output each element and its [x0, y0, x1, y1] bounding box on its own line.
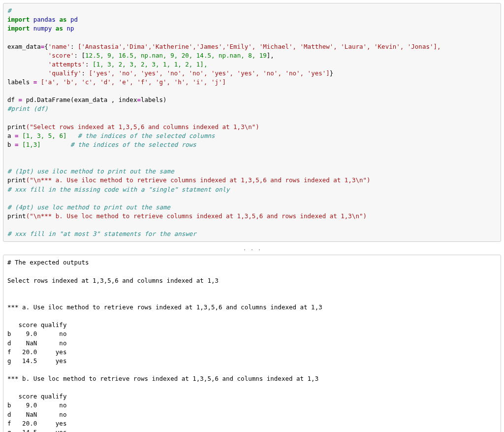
colon: : [82, 69, 86, 77]
kw-as: as [59, 16, 66, 23]
alias-np: np [66, 25, 74, 32]
cmt-loc-head: # (4pt) use loc method to print out the … [7, 203, 170, 211]
cmt-printdf: #print (df) [7, 105, 48, 112]
out-hdr: score qualify [7, 321, 66, 329]
out-b: *** b. Use loc method to retrieve rows i… [7, 375, 318, 382]
out-select: Select rows indexed at 1,3,5,6 and colum… [7, 277, 219, 284]
scores-open: [ [78, 52, 85, 59]
out-row-f: f 20.0 yes [7, 348, 66, 356]
b-list: [1,3] [19, 141, 41, 148]
ellipsis: . . . [3, 244, 501, 253]
out-row-f2: f 20.0 yes [7, 420, 66, 427]
code-block: # import pandas as pd import numpy as np… [7, 6, 497, 238]
exam-lhs: exam_data [7, 43, 41, 50]
alias-pd: pd [70, 16, 78, 23]
df-lhs: df [7, 96, 19, 103]
qualify: ['yes', 'no', 'yes', 'no', 'no', 'yes', … [85, 69, 330, 77]
a-lhs: a [7, 132, 15, 139]
op-eq: = [19, 96, 23, 103]
k-attempts: 'attempts' [48, 61, 85, 68]
k-score: 'score' [48, 52, 74, 59]
df-rhs: pd.DataFrame(exam_data , index [22, 96, 137, 103]
brace-close: } [330, 69, 334, 77]
names: ['Anastasia','Dima','Katherine','James',… [74, 43, 441, 50]
cmt-iloc-head: # (1pt) use iloc method to print out the… [7, 167, 174, 175]
cmt-fill-2: # xxx fill in "at most 3" statements for… [7, 230, 196, 237]
op-eq: = [15, 132, 19, 139]
print: print [7, 212, 26, 220]
cmt-fill-1: # xxx fill in the missing code with a "s… [7, 186, 230, 193]
a-list: [1, 3, 5, 6] [19, 132, 67, 139]
out-expected: # The expected outputs [7, 259, 89, 266]
out-row-g2: g 14.5 yes [7, 429, 66, 432]
out-row-g: g 14.5 yes [7, 357, 66, 365]
scores: 12.5, 9, 16.5, np.nan, 9, 20, 14.5, np.n… [85, 52, 267, 59]
mod-pandas: pandas [33, 16, 56, 23]
print: print [7, 176, 26, 184]
a-cmt: # the indices of the selected columns [66, 132, 215, 139]
out-row-d2: d NaN no [7, 411, 66, 418]
p2: ("\n*** a. Use iloc method to retrieve c… [26, 176, 371, 184]
scores-close: ], [267, 52, 274, 59]
labels-list: ['a', 'b', 'c', 'd', 'e', 'f', 'g', 'h',… [37, 78, 226, 86]
df-rhs2: labels) [141, 96, 167, 103]
output-block: # The expected outputs Select rows index… [7, 258, 497, 432]
out-row-b2: b 9.0 no [7, 401, 66, 409]
brace-open: { [44, 43, 48, 50]
kw-import: import [7, 16, 30, 23]
out-hdr2: score qualify [7, 393, 66, 400]
code-cell: # import pandas as pd import numpy as np… [3, 3, 501, 242]
attempts: [1, 3, 2, 3, 2, 3, 1, 1, 2, 1], [89, 61, 208, 68]
colon: : [74, 52, 78, 59]
hash-comment: # [7, 7, 11, 14]
kw-import: import [7, 25, 30, 32]
out-a: *** a. Use iloc method to retrieve rows … [7, 303, 322, 311]
b-lhs: b [7, 141, 15, 148]
out-row-d: d NaN no [7, 339, 66, 347]
out-row-b: b 9.0 no [7, 330, 66, 337]
indent [7, 52, 48, 59]
labels-lhs: labels [7, 78, 33, 86]
indent [7, 61, 48, 68]
mod-numpy: numpy [33, 25, 52, 32]
op-eq: = [137, 96, 141, 103]
op-eq: = [15, 141, 19, 148]
kw-as: as [56, 25, 63, 32]
indent [7, 69, 48, 77]
k-name: 'name' [48, 43, 70, 50]
b-cmt: # the indices of the selected rows [41, 141, 196, 148]
output-cell: # The expected outputs Select rows index… [3, 255, 501, 432]
p1: ("Select rows indexed at 1,3,5,6 and col… [26, 123, 259, 131]
print: print [7, 123, 26, 131]
k-qualify: 'qualify' [48, 69, 82, 77]
colon: : [85, 61, 89, 68]
p3: ("\n*** b. Use loc method to retrieve co… [26, 212, 367, 220]
